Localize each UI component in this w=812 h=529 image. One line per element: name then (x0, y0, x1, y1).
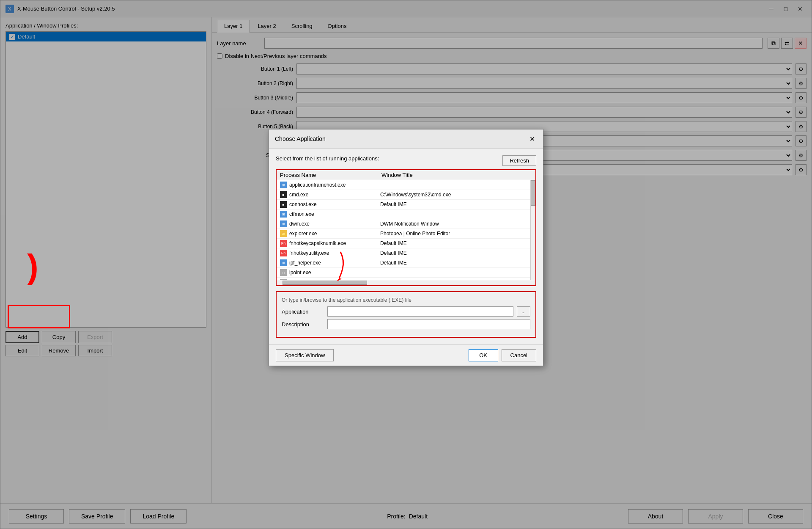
col-process-header: Process Name (280, 172, 381, 178)
modal-title-bar: Choose Application ✕ (269, 129, 543, 149)
app-list-header: Process Name Window Title (277, 170, 535, 180)
col-window-header: Window Title (381, 172, 532, 178)
modal-overlay: Choose Application ✕ Select from the lis… (0, 0, 812, 529)
list-item[interactable]: ⊞ applicationframehost.exe (277, 180, 530, 190)
list-item[interactable]: 📁 explorer.exe Photopea | Online Photo E… (277, 229, 530, 239)
process-icon: ◻ (280, 269, 287, 276)
browse-section: Or type in/browse to the application exe… (276, 291, 536, 338)
process-icon: ⊞ (280, 182, 287, 188)
process-icon: 📁 (280, 230, 287, 237)
modal-header-row: Select from the list of running applicat… (276, 155, 536, 166)
list-item[interactable]: ⊞ ctfmon.exe (277, 209, 530, 219)
list-item[interactable]: ⊞ ipf_helper.exe Default IME (277, 258, 530, 268)
modal-close-button[interactable]: ✕ (527, 134, 537, 144)
red-annotation-bracket: ) (27, 250, 38, 284)
browse-button[interactable]: ... (517, 306, 530, 317)
list-item[interactable]: Fn fnhotkeycapslknumlk.exe Default IME (277, 239, 530, 248)
list-item[interactable]: ■ conhost.exe Default IME (277, 200, 530, 209)
ok-button[interactable]: OK (469, 349, 498, 361)
browse-label: Or type in/browse to the application exe… (282, 297, 530, 303)
app-list-body[interactable]: ⊞ applicationframehost.exe ■ cmd.exe C:\… (277, 180, 530, 280)
process-icon: ⊞ (280, 259, 287, 266)
application-field-row: Application ... (282, 306, 530, 317)
list-item[interactable]: ■ cmd.exe C:\Windows\system32\cmd.exe (277, 190, 530, 200)
list-item[interactable]: Fn fnhotkeyutility.exe Default IME (277, 248, 530, 258)
process-icon: ⊞ (280, 220, 287, 227)
horiz-thumb[interactable] (283, 281, 367, 285)
application-label: Application (282, 309, 324, 315)
process-icon: Fn (280, 240, 287, 247)
modal-body: Select from the list of running applicat… (269, 149, 543, 344)
cancel-button[interactable]: Cancel (502, 349, 536, 361)
modal-footer-left: Specific Window (276, 349, 334, 361)
modal-footer: Specific Window OK Cancel (269, 344, 543, 366)
app-list-scrollbar[interactable] (530, 180, 535, 280)
scrollbar-thumb[interactable] (531, 180, 535, 206)
process-icon: Fn (280, 250, 287, 256)
choose-application-modal: Choose Application ✕ Select from the lis… (269, 129, 543, 366)
description-field-row: Description (282, 319, 530, 329)
horizontal-scrollbar[interactable] (277, 280, 535, 285)
description-label: Description (282, 321, 324, 328)
process-icon: ■ (280, 191, 287, 198)
list-item[interactable]: ◻ ipoint.exe (277, 268, 530, 278)
description-input[interactable] (327, 319, 530, 329)
modal-section-label: Select from the list of running applicat… (276, 155, 379, 162)
refresh-button[interactable]: Refresh (502, 155, 536, 166)
app-list-container: Process Name Window Title ⊞ applicationf… (276, 169, 536, 286)
process-icon: ⊞ (280, 211, 287, 218)
modal-title: Choose Application (275, 135, 326, 142)
modal-footer-right: OK Cancel (469, 349, 536, 361)
list-item[interactable]: ⊞ dwm.exe DWM Notification Window (277, 219, 530, 229)
specific-window-button[interactable]: Specific Window (276, 349, 334, 361)
application-input[interactable] (327, 306, 513, 317)
process-icon: ■ (280, 201, 287, 208)
